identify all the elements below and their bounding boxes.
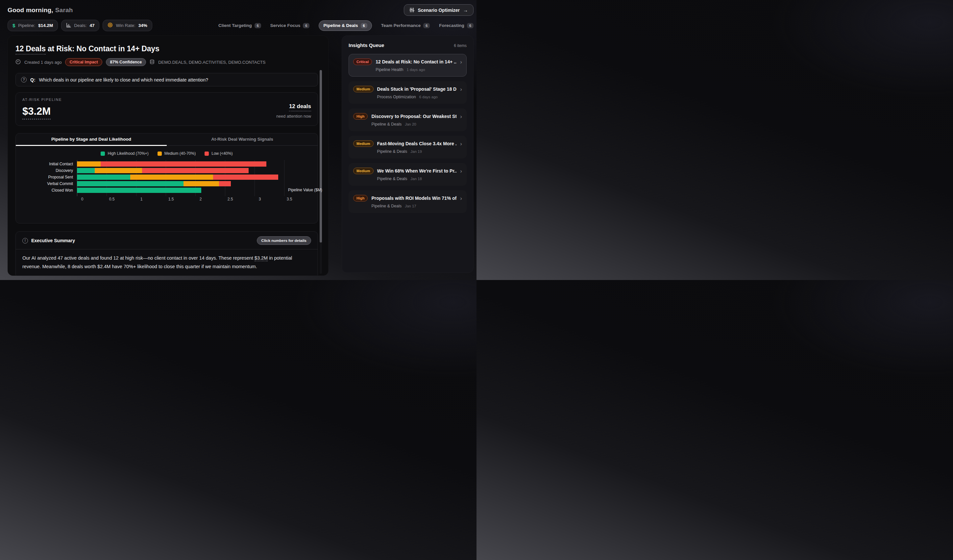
tab-team-performance[interactable]: Team Performance6 (381, 21, 430, 31)
chevron-right-icon: › (460, 59, 462, 65)
chart-tab-active[interactable]: Pipeline by Stage and Deal Likelihood (16, 133, 167, 145)
bar-segment (77, 181, 183, 186)
bar-segment (213, 175, 278, 180)
insight-title-highlight[interactable]: 12 Deals (16, 44, 46, 54)
queue-item-category: Pipeline Health (376, 67, 403, 72)
scrollbar-thumb[interactable] (320, 70, 322, 243)
legend-item: Medium (40-70%) (158, 151, 196, 156)
summary-divider (16, 249, 318, 249)
insight-title: 12 Deals at Risk: No Contact in 14+ Days (16, 44, 318, 53)
stat-pill-0: $Pipeline:$14.2M (8, 20, 58, 31)
queue-item-meta: Pipeline & DealsJan 19 (377, 149, 457, 154)
stat-value: 34% (138, 23, 147, 28)
queue-item-category: Pipeline & Deals (377, 176, 407, 181)
database-icon (150, 59, 155, 65)
x-tick-label: 2 (200, 197, 202, 201)
summary-header: ! Executive Summary Click numbers for de… (22, 236, 311, 245)
legend-swatch (158, 152, 162, 156)
stacked-bar-chart: Initial ContactDiscoveryProposal SentVer… (16, 161, 318, 202)
chart-tab-bar: Pipeline by Stage and Deal LikelihoodAt-… (16, 133, 318, 145)
chart-panel: Pipeline by Stage and Deal LikelihoodAt-… (16, 133, 318, 223)
queue-item-5[interactable]: Medium We Win 68% When We're First to Pr… (349, 163, 467, 186)
tab-label: Forecasting (439, 23, 464, 28)
tab-pipeline-deals[interactable]: Pipeline & Deals6 (319, 20, 372, 31)
queue-item-6[interactable]: High Proposals with ROI Models Win 71% o… (349, 190, 467, 213)
x-tick-label: 1.5 (168, 197, 174, 201)
chart-x-axis: 00.511.522.533.5 (21, 197, 318, 202)
queue-item-4[interactable]: Medium Fast-Moving Deals Close 3.4x More… (349, 136, 467, 158)
chart-row: Closed Won (21, 187, 318, 193)
nav-row: $Pipeline:$14.2MDeals:47Win Rate:34% Cli… (0, 16, 476, 31)
chart-category-label: Verbal Commit (21, 181, 77, 186)
chart-row: Verbal Commit (21, 180, 318, 187)
top-bar: Good morning,Sarah Scenario Optimizer → (0, 0, 476, 16)
tab-client-targeting[interactable]: Client Targeting6 (218, 21, 261, 31)
tab-forecasting[interactable]: Forecasting6 (439, 21, 473, 31)
bar-segment (101, 161, 266, 167)
scrollbar-track[interactable] (320, 70, 322, 274)
queue-item-category: Pipeline & Deals (371, 122, 402, 127)
category-tabs: Client Targeting6Service Focus6Pipeline … (218, 20, 473, 31)
details-button[interactable]: Click numbers for details (257, 236, 311, 245)
summary-text-before: Our AI analyzed 47 active deals and foun… (22, 255, 255, 261)
bar-segment (130, 175, 213, 180)
chart-bar[interactable] (77, 175, 278, 180)
queue-item-3[interactable]: High Discovery to Proposal: Our Weakest … (349, 108, 467, 131)
insight-title-rest: at Risk: No Contact in 14+ Days (46, 44, 160, 53)
insights-queue-list: Critical 12 Deals at Risk: No Contact in… (349, 54, 467, 213)
chart-bar[interactable] (77, 188, 201, 193)
stat-pill-1: Deals:47 (61, 20, 99, 31)
scenario-optimizer-button[interactable]: Scenario Optimizer → (404, 4, 473, 16)
queue-item-2[interactable]: Medium Deals Stuck in 'Proposal' Stage 1… (349, 81, 467, 104)
severity-badge: Critical (353, 59, 372, 65)
bar-segment (142, 168, 248, 173)
tab-label: Client Targeting (218, 23, 252, 28)
stat-label: Pipeline: (18, 23, 35, 28)
queue-item-1[interactable]: Critical 12 Deals at Risk: No Contact in… (349, 54, 467, 77)
bar-segment (77, 161, 101, 167)
chart-bar[interactable] (77, 161, 266, 167)
question-text: Which deals in our pipeline are likely t… (39, 77, 208, 82)
tab-service-focus[interactable]: Service Focus6 (270, 21, 310, 31)
queue-item-title: We Win 68% When We're First to Pr... (377, 168, 457, 173)
chart-bar[interactable] (77, 181, 231, 186)
chart-category-label: Closed Won (21, 188, 77, 193)
metric-value[interactable]: $3.2M (22, 105, 51, 120)
question-label: Q: (30, 77, 36, 82)
severity-badge: High (353, 113, 368, 120)
clock-icon (16, 59, 21, 65)
legend-item: High Likelihood (70%+) (101, 151, 148, 156)
bar-segment (95, 168, 142, 173)
queue-item-meta: Pipeline & DealsJan 18 (377, 176, 457, 181)
deal-count-value[interactable]: 12 deals (289, 103, 311, 111)
chart-tab-inactive[interactable]: At-Risk Deal Warning Signals (167, 133, 318, 145)
tab-label: Pipeline & Deals (323, 23, 358, 28)
severity-badge: High (353, 195, 368, 201)
tab-count-badge: 6 (303, 23, 309, 28)
chart-bar[interactable] (77, 168, 248, 173)
optimizer-label: Scenario Optimizer (418, 8, 460, 13)
created-label: Created 1 days ago (24, 60, 62, 65)
queue-item-title: Discovery to Proposal: Our Weakest St... (371, 114, 456, 119)
queue-item-category: Pipeline & Deals (371, 204, 402, 208)
bar-segment (219, 181, 231, 186)
stat-value: 47 (90, 23, 95, 28)
sliders-icon (410, 8, 414, 12)
tab-count-badge: 6 (423, 23, 430, 28)
queue-item-date: Jan 17 (405, 204, 416, 208)
insights-queue-card: Insights Queue 6 items Critical 12 Deals… (341, 36, 473, 273)
chart-row: Discovery (21, 167, 318, 174)
summary-highlight[interactable]: $3.2M (255, 255, 268, 261)
deal-count-caption: need attention now (276, 114, 311, 119)
x-tick-label: 1 (140, 197, 143, 201)
summary-text: Our AI analyzed 47 active deals and foun… (22, 254, 311, 271)
chevron-right-icon: › (460, 168, 462, 174)
legend-swatch (205, 152, 209, 156)
content-area: 12 Deals at Risk: No Contact in 14+ Days… (0, 31, 476, 276)
chevron-right-icon: › (460, 114, 462, 119)
queue-item-category: Process Optimization (377, 94, 416, 99)
dashboard-page: Good morning,Sarah Scenario Optimizer → … (0, 0, 476, 280)
impact-badge: Critical Impact (65, 58, 102, 66)
x-tick-label: 0.5 (109, 197, 115, 201)
dollar-icon: $ (12, 23, 15, 28)
